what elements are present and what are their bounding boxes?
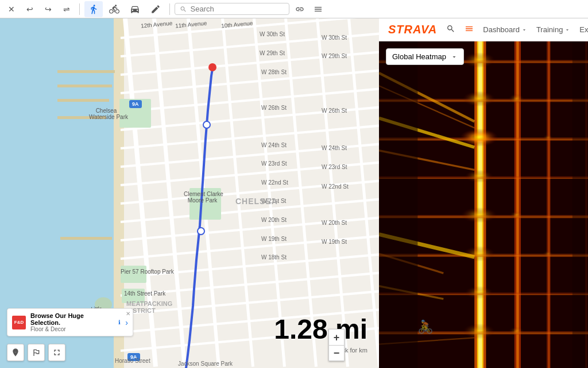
svg-rect-11: [548, 41, 550, 368]
ad-info-icon[interactable]: ℹ: [118, 319, 121, 325]
redo-button[interactable]: ↪: [40, 1, 56, 17]
map-bottom-controls: [7, 344, 65, 361]
bike-mode-button[interactable]: [105, 1, 123, 17]
menu-button[interactable]: [310, 1, 326, 17]
ad-text: Browse Our Huge Selection. Floor & Decor: [30, 312, 114, 332]
map-zoom-controls: + −: [328, 329, 345, 361]
ad-logo: F&D: [12, 316, 26, 329]
strava-search-icon[interactable]: [446, 24, 455, 36]
strava-training-link[interactable]: Training: [536, 25, 570, 34]
search-icon: [180, 5, 187, 13]
ad-close-button[interactable]: ✕: [126, 310, 130, 317]
strava-dashboard-link[interactable]: Dashboard: [483, 25, 527, 34]
divider-1: [79, 3, 80, 15]
close-button[interactable]: ✕: [3, 1, 20, 17]
highway-shield-9a-1: 9A: [129, 100, 142, 108]
strava-explore-link[interactable]: Explo...: [579, 25, 588, 34]
svg-rect-52: [379, 41, 417, 368]
strava-logo: STRAVA: [388, 23, 437, 36]
heatmap-visualization: 🚴: [379, 41, 588, 368]
street-view-button[interactable]: [7, 344, 24, 361]
ad-arrow[interactable]: ›: [125, 318, 128, 327]
strava-header: STRAVA Dashboard Training Explo...: [379, 18, 588, 41]
svg-point-2: [198, 228, 204, 235]
terrain-button[interactable]: [28, 344, 45, 361]
toolbar: ✕ ↩ ↪ ⇌: [0, 0, 588, 18]
svg-point-50: [543, 251, 553, 257]
link-button[interactable]: [292, 1, 308, 17]
fullscreen-button[interactable]: [48, 344, 65, 361]
svg-point-34: [461, 207, 497, 223]
svg-rect-7: [478, 41, 482, 368]
heatmap-title: Global Heatmap: [392, 52, 446, 61]
car-mode-button[interactable]: [126, 1, 144, 17]
strava-heatmap[interactable]: 🚴 Global Heatmap + −: [379, 41, 588, 368]
highway-shield-9a-2: 9A: [127, 353, 140, 361]
svg-point-49: [543, 135, 553, 141]
search-input[interactable]: [191, 5, 284, 13]
svg-text:🚴: 🚴: [417, 319, 434, 335]
ad-subtitle: Floor & Decor: [30, 326, 114, 332]
svg-point-1: [203, 121, 210, 128]
svg-point-33: [465, 170, 493, 182]
svg-point-46: [509, 94, 524, 104]
map-zoom-in-button[interactable]: +: [328, 329, 345, 345]
distance-display: 1.28 mi: [274, 313, 368, 345]
draw-mode-button[interactable]: [146, 1, 165, 17]
svg-point-30: [463, 52, 495, 68]
swap-button[interactable]: ⇌: [59, 1, 75, 17]
divider-2: [169, 3, 170, 15]
walk-mode-button[interactable]: [84, 1, 103, 17]
svg-point-36: [465, 286, 493, 298]
strava-panel: STRAVA Dashboard Training Explo...: [379, 18, 588, 368]
undo-button[interactable]: ↩: [22, 1, 38, 17]
ad-title: Browse Our Huge Selection.: [30, 312, 114, 326]
svg-point-47: [510, 211, 523, 218]
svg-point-37: [463, 324, 495, 339]
svg-point-31: [463, 91, 495, 106]
ad-banner: ✕ F&D Browse Our Huge Selection. Floor &…: [7, 308, 133, 336]
svg-point-0: [208, 63, 216, 71]
map-zoom-out-button[interactable]: −: [328, 345, 345, 361]
heatmap-dropdown[interactable]: Global Heatmap: [386, 48, 464, 65]
main-content: W 30th St W 29th St W 28th St W 26th St …: [0, 18, 588, 368]
svg-rect-53: [572, 41, 588, 368]
heatmap-chevron-icon: [451, 53, 458, 60]
map-panel[interactable]: W 30th St W 29th St W 28th St W 26th St …: [0, 18, 379, 368]
svg-point-48: [509, 327, 524, 336]
svg-rect-9: [516, 41, 519, 368]
search-bar[interactable]: [175, 3, 289, 15]
strava-menu-icon[interactable]: [465, 24, 474, 36]
